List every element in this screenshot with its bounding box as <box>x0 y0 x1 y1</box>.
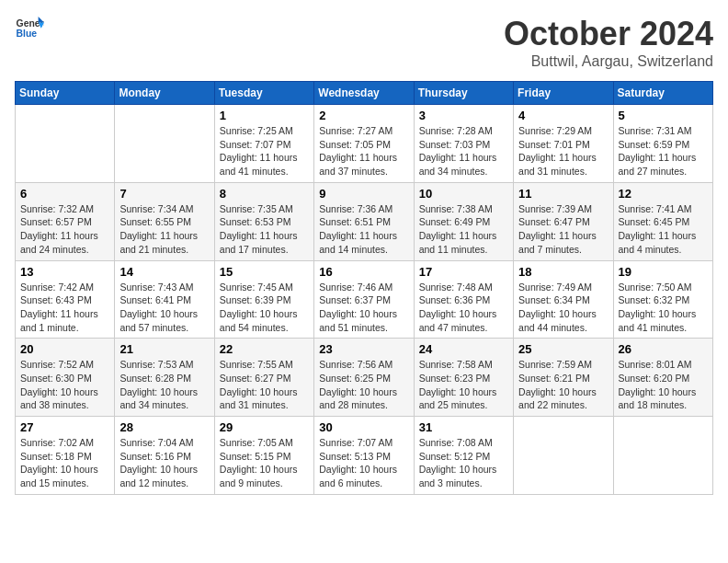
day-info: Sunrise: 7:56 AM Sunset: 6:25 PM Dayligh… <box>319 358 408 412</box>
calendar-cell: 13Sunrise: 7:42 AM Sunset: 6:43 PM Dayli… <box>16 260 115 339</box>
calendar-week-row: 20Sunrise: 7:52 AM Sunset: 6:30 PM Dayli… <box>16 339 713 417</box>
day-number: 15 <box>220 265 309 279</box>
day-info: Sunrise: 7:49 AM Sunset: 6:34 PM Dayligh… <box>518 281 608 335</box>
calendar-cell: 24Sunrise: 7:58 AM Sunset: 6:23 PM Dayli… <box>414 339 513 417</box>
day-number: 2 <box>319 109 408 122</box>
day-info: Sunrise: 7:59 AM Sunset: 6:21 PM Dayligh… <box>518 358 608 412</box>
day-number: 8 <box>220 187 309 201</box>
day-number: 20 <box>20 342 109 356</box>
day-number: 7 <box>119 187 209 201</box>
day-info: Sunrise: 7:29 AM Sunset: 7:01 PM Dayligh… <box>518 124 608 178</box>
day-info: Sunrise: 7:08 AM Sunset: 5:12 PM Dayligh… <box>419 436 508 490</box>
day-info: Sunrise: 7:05 AM Sunset: 5:15 PM Dayligh… <box>220 436 309 490</box>
day-info: Sunrise: 7:38 AM Sunset: 6:49 PM Dayligh… <box>419 202 508 257</box>
logo: General Blue <box>15 15 44 40</box>
calendar-cell: 9Sunrise: 7:36 AM Sunset: 6:51 PM Daylig… <box>314 182 414 260</box>
calendar-cell: 21Sunrise: 7:53 AM Sunset: 6:28 PM Dayli… <box>115 339 214 417</box>
day-info: Sunrise: 7:28 AM Sunset: 7:03 PM Dayligh… <box>419 124 508 178</box>
day-info: Sunrise: 7:32 AM Sunset: 6:57 PM Dayligh… <box>20 202 109 257</box>
calendar-cell: 5Sunrise: 7:31 AM Sunset: 6:59 PM Daylig… <box>613 105 712 183</box>
day-number: 11 <box>518 187 608 201</box>
day-number: 25 <box>518 342 608 356</box>
calendar-cell: 17Sunrise: 7:48 AM Sunset: 6:36 PM Dayli… <box>414 260 513 339</box>
day-info: Sunrise: 7:34 AM Sunset: 6:55 PM Dayligh… <box>119 202 209 257</box>
calendar-cell: 20Sunrise: 7:52 AM Sunset: 6:30 PM Dayli… <box>16 339 115 417</box>
calendar-cell: 11Sunrise: 7:39 AM Sunset: 6:47 PM Dayli… <box>514 182 613 260</box>
day-info: Sunrise: 7:58 AM Sunset: 6:23 PM Dayligh… <box>419 358 508 412</box>
day-info: Sunrise: 7:41 AM Sunset: 6:45 PM Dayligh… <box>619 202 708 257</box>
day-info: Sunrise: 7:55 AM Sunset: 6:27 PM Dayligh… <box>220 358 309 412</box>
location-title: Buttwil, Aargau, Switzerland <box>504 53 713 70</box>
calendar-cell: 27Sunrise: 7:02 AM Sunset: 5:18 PM Dayli… <box>16 417 115 495</box>
day-info: Sunrise: 7:39 AM Sunset: 6:47 PM Dayligh… <box>518 202 608 257</box>
calendar-week-row: 1Sunrise: 7:25 AM Sunset: 7:07 PM Daylig… <box>16 105 713 183</box>
day-number: 1 <box>220 109 309 122</box>
calendar-cell: 29Sunrise: 7:05 AM Sunset: 5:15 PM Dayli… <box>214 417 313 495</box>
calendar-cell: 8Sunrise: 7:35 AM Sunset: 6:53 PM Daylig… <box>214 182 313 260</box>
day-info: Sunrise: 7:50 AM Sunset: 6:32 PM Dayligh… <box>619 281 708 335</box>
calendar-cell: 2Sunrise: 7:27 AM Sunset: 7:05 PM Daylig… <box>314 105 414 183</box>
day-number: 18 <box>518 265 608 279</box>
calendar-week-row: 27Sunrise: 7:02 AM Sunset: 5:18 PM Dayli… <box>16 417 713 495</box>
day-info: Sunrise: 7:31 AM Sunset: 6:59 PM Dayligh… <box>619 124 708 178</box>
day-info: Sunrise: 8:01 AM Sunset: 6:20 PM Dayligh… <box>619 358 708 412</box>
day-of-week-header: Wednesday <box>314 82 414 105</box>
calendar-cell: 15Sunrise: 7:45 AM Sunset: 6:39 PM Dayli… <box>214 260 313 339</box>
day-of-week-header: Tuesday <box>214 82 313 105</box>
calendar-cell: 30Sunrise: 7:07 AM Sunset: 5:13 PM Dayli… <box>314 417 414 495</box>
day-info: Sunrise: 7:45 AM Sunset: 6:39 PM Dayligh… <box>220 281 309 335</box>
day-number: 22 <box>220 342 309 356</box>
day-number: 26 <box>619 342 708 356</box>
calendar-cell: 7Sunrise: 7:34 AM Sunset: 6:55 PM Daylig… <box>115 182 214 260</box>
calendar-cell: 23Sunrise: 7:56 AM Sunset: 6:25 PM Dayli… <box>314 339 414 417</box>
day-number: 24 <box>419 342 508 356</box>
calendar-cell: 6Sunrise: 7:32 AM Sunset: 6:57 PM Daylig… <box>16 182 115 260</box>
calendar-cell: 1Sunrise: 7:25 AM Sunset: 7:07 PM Daylig… <box>214 105 313 183</box>
day-of-week-header: Friday <box>514 82 613 105</box>
day-info: Sunrise: 7:35 AM Sunset: 6:53 PM Dayligh… <box>220 202 309 257</box>
day-info: Sunrise: 7:07 AM Sunset: 5:13 PM Dayligh… <box>319 436 408 490</box>
calendar-cell: 31Sunrise: 7:08 AM Sunset: 5:12 PM Dayli… <box>414 417 513 495</box>
day-number: 4 <box>518 109 608 122</box>
calendar-cell: 4Sunrise: 7:29 AM Sunset: 7:01 PM Daylig… <box>514 105 613 183</box>
svg-text:Blue: Blue <box>17 29 38 39</box>
day-of-week-header: Saturday <box>613 82 712 105</box>
calendar-cell <box>613 417 712 495</box>
day-info: Sunrise: 7:46 AM Sunset: 6:37 PM Dayligh… <box>319 281 408 335</box>
day-info: Sunrise: 7:52 AM Sunset: 6:30 PM Dayligh… <box>20 358 109 412</box>
day-number: 21 <box>119 342 209 356</box>
title-block: October 2024 Buttwil, Aargau, Switzerlan… <box>504 15 713 70</box>
calendar-week-row: 13Sunrise: 7:42 AM Sunset: 6:43 PM Dayli… <box>16 260 713 339</box>
calendar-cell: 12Sunrise: 7:41 AM Sunset: 6:45 PM Dayli… <box>613 182 712 260</box>
calendar-cell: 18Sunrise: 7:49 AM Sunset: 6:34 PM Dayli… <box>514 260 613 339</box>
day-number: 16 <box>319 265 408 279</box>
day-number: 30 <box>319 420 408 434</box>
calendar-cell: 16Sunrise: 7:46 AM Sunset: 6:37 PM Dayli… <box>314 260 414 339</box>
calendar-cell <box>16 105 115 183</box>
day-info: Sunrise: 7:25 AM Sunset: 7:07 PM Dayligh… <box>220 124 309 178</box>
day-info: Sunrise: 7:36 AM Sunset: 6:51 PM Dayligh… <box>319 202 408 257</box>
calendar-cell <box>514 417 613 495</box>
month-title: October 2024 <box>504 15 713 53</box>
calendar-table: SundayMondayTuesdayWednesdayThursdayFrid… <box>15 81 713 495</box>
day-info: Sunrise: 7:42 AM Sunset: 6:43 PM Dayligh… <box>20 281 109 335</box>
day-number: 6 <box>20 187 109 201</box>
day-info: Sunrise: 7:27 AM Sunset: 7:05 PM Dayligh… <box>319 124 408 178</box>
logo-icon: General Blue <box>15 15 44 40</box>
day-info: Sunrise: 7:43 AM Sunset: 6:41 PM Dayligh… <box>119 281 209 335</box>
calendar-header-row: SundayMondayTuesdayWednesdayThursdayFrid… <box>16 82 713 105</box>
day-info: Sunrise: 7:02 AM Sunset: 5:18 PM Dayligh… <box>20 436 109 490</box>
day-number: 17 <box>419 265 508 279</box>
page-header: General Blue October 2024 Buttwil, Aarga… <box>15 15 713 70</box>
day-number: 14 <box>119 265 209 279</box>
day-of-week-header: Monday <box>115 82 214 105</box>
day-number: 19 <box>619 265 708 279</box>
calendar-cell: 28Sunrise: 7:04 AM Sunset: 5:16 PM Dayli… <box>115 417 214 495</box>
calendar-cell: 10Sunrise: 7:38 AM Sunset: 6:49 PM Dayli… <box>414 182 513 260</box>
calendar-cell: 22Sunrise: 7:55 AM Sunset: 6:27 PM Dayli… <box>214 339 313 417</box>
day-number: 13 <box>20 265 109 279</box>
day-info: Sunrise: 7:48 AM Sunset: 6:36 PM Dayligh… <box>419 281 508 335</box>
day-of-week-header: Thursday <box>414 82 513 105</box>
day-number: 10 <box>419 187 508 201</box>
day-of-week-header: Sunday <box>16 82 115 105</box>
